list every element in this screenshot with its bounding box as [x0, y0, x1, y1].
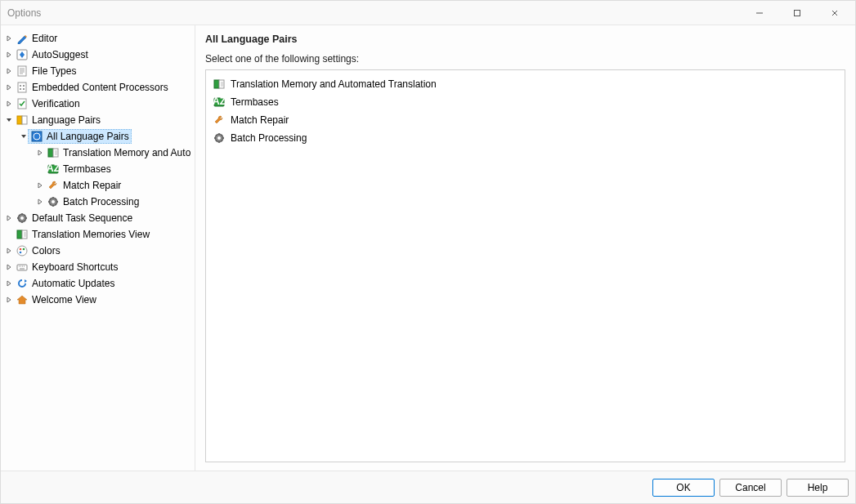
pencil-icon: [16, 32, 29, 45]
tree-item-all-language-pairs[interactable]: All Language Pairs: [1, 128, 195, 145]
tree-label: Batch Processing: [63, 196, 139, 207]
setting-label: Termbases: [231, 96, 279, 108]
all-lang-icon: [30, 130, 43, 143]
tree-item-language-pairs[interactable]: Language Pairs: [1, 112, 195, 128]
wrench-icon: [213, 114, 226, 127]
setting-label: Translation Memory and Automated Transla…: [231, 78, 437, 90]
tree-label: Language Pairs: [32, 114, 101, 126]
lang-icon: [16, 114, 29, 127]
main-panel: All Language Pairs Select one of the fol…: [195, 25, 855, 471]
minimize-button[interactable]: [741, 2, 778, 25]
tm-icon: [213, 78, 226, 91]
footer: OK Cancel Help: [1, 471, 855, 503]
chevron-right-icon[interactable]: [4, 295, 14, 305]
close-button[interactable]: [816, 2, 854, 25]
tree-label: All Language Pairs: [47, 131, 129, 142]
chevron-right-icon[interactable]: [4, 66, 14, 76]
palette-icon: [16, 244, 29, 257]
tree-item-termbases[interactable]: Termbases: [1, 161, 195, 177]
setting-termbases[interactable]: Termbases: [209, 93, 841, 111]
updates-icon: [16, 277, 29, 290]
setting-match-repair[interactable]: Match Repair: [209, 111, 841, 129]
chevron-right-icon[interactable]: [4, 99, 14, 109]
chevron-right-icon[interactable]: [4, 279, 14, 288]
ok-button[interactable]: OK: [652, 479, 715, 497]
chevron-right-icon[interactable]: [4, 83, 14, 92]
svg-rect-23: [795, 10, 800, 16]
gear-icon: [16, 212, 29, 225]
chevron-right-icon[interactable]: [35, 148, 45, 158]
tree-label: Colors: [32, 245, 61, 256]
gear-icon: [213, 132, 226, 145]
tree-label: Verification: [32, 98, 80, 109]
setting-label: Batch Processing: [231, 132, 307, 144]
tree-label: File Types: [32, 65, 76, 77]
setting-translation-memory[interactable]: Translation Memory and Automated Transla…: [209, 75, 841, 93]
tree-label: Embedded Content Processors: [32, 82, 168, 93]
tree-label: AutoSuggest: [32, 49, 88, 60]
chevron-right-icon[interactable]: [35, 181, 45, 190]
cancel-button[interactable]: Cancel: [719, 479, 782, 497]
setting-label: Match Repair: [231, 114, 289, 126]
options-window: Options Editor AutoSuggest File Types: [0, 0, 856, 504]
chevron-right-icon[interactable]: [4, 262, 14, 272]
tree-label: Automatic Updates: [32, 278, 114, 289]
tree-label: Termbases: [63, 163, 111, 175]
tree-item-match-repair[interactable]: Match Repair: [1, 177, 195, 194]
tree-label: Keyboard Shortcuts: [32, 261, 118, 273]
tree-item-embedded-content[interactable]: Embedded Content Processors: [1, 79, 195, 96]
titlebar: Options: [1, 1, 855, 25]
home-icon: [16, 293, 29, 306]
window-title: Options: [7, 7, 741, 19]
chevron-right-icon[interactable]: [4, 213, 14, 223]
tree-item-translation-memory[interactable]: Translation Memory and Auto: [1, 145, 195, 161]
term-icon: [213, 96, 226, 109]
tree-item-default-task-sequence[interactable]: Default Task Sequence: [1, 210, 195, 226]
chevron-right-icon[interactable]: [4, 33, 14, 43]
page-icon: [16, 65, 29, 78]
check-page-icon: [16, 97, 29, 110]
settings-list: Translation Memory and Automated Transla…: [205, 69, 845, 462]
chevron-right-icon[interactable]: [4, 246, 14, 256]
tree-item-batch-processing[interactable]: Batch Processing: [1, 194, 195, 210]
tree-item-verification[interactable]: Verification: [1, 96, 195, 112]
gear-icon: [47, 195, 60, 208]
sidebar: Editor AutoSuggest File Types Embedded C…: [1, 25, 195, 471]
term-icon: [47, 163, 60, 176]
tree-label: Translation Memory and Auto: [63, 147, 190, 158]
wrench-icon: [47, 179, 60, 192]
keyboard-icon: [16, 261, 29, 274]
tree-label: Match Repair: [63, 180, 121, 191]
help-button[interactable]: Help: [787, 479, 849, 497]
tree-item-welcome-view[interactable]: Welcome View: [1, 292, 195, 308]
tree-item-keyboard-shortcuts[interactable]: Keyboard Shortcuts: [1, 259, 195, 275]
page-subtitle: Select one of the following settings:: [205, 53, 845, 65]
diamond-icon: [16, 48, 29, 61]
setting-batch-processing[interactable]: Batch Processing: [209, 129, 841, 147]
tree-item-tm-view[interactable]: Translation Memories View: [1, 226, 195, 243]
chevron-right-icon[interactable]: [4, 50, 14, 60]
tree-label: Editor: [32, 33, 57, 44]
tree-item-file-types[interactable]: File Types: [1, 63, 195, 79]
tree-item-automatic-updates[interactable]: Automatic Updates: [1, 275, 195, 292]
chevron-right-icon[interactable]: [35, 197, 45, 207]
tree-item-colors[interactable]: Colors: [1, 243, 195, 259]
page-title: All Language Pairs: [205, 33, 845, 45]
tree-item-autosuggest[interactable]: AutoSuggest: [1, 47, 195, 63]
page-dots-icon: [16, 81, 29, 94]
tree-label: Welcome View: [32, 294, 96, 306]
tree-item-editor[interactable]: Editor: [1, 30, 195, 47]
tree-label: Default Task Sequence: [32, 212, 132, 224]
tm-icon: [47, 146, 60, 159]
maximize-button[interactable]: [778, 2, 816, 25]
chevron-down-icon[interactable]: [4, 115, 14, 125]
tm-icon: [16, 228, 29, 241]
tree-label: Translation Memories View: [32, 229, 150, 240]
